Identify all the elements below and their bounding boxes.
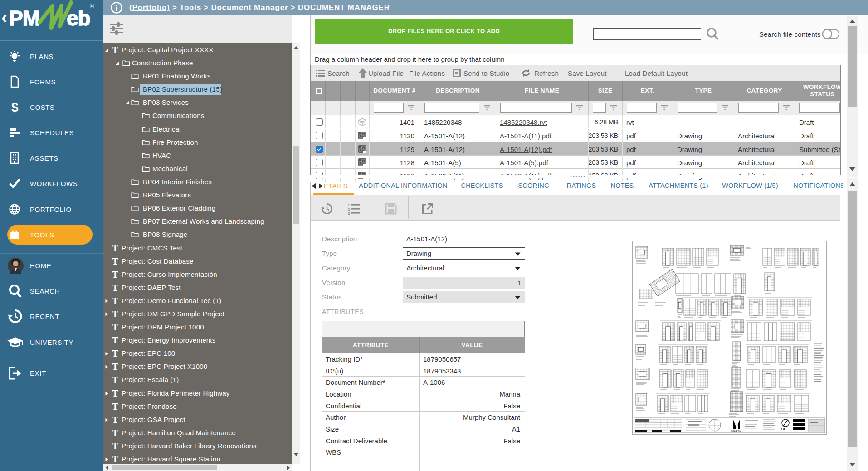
- svg-text:3: 3: [348, 211, 350, 215]
- svg-text:MARSM: MARSM: [731, 430, 741, 432]
- svg-text:PM: PM: [9, 6, 39, 30]
- svg-text:‹: ‹: [1, 7, 7, 27]
- svg-text:eb: eb: [67, 6, 90, 30]
- svg-text:$: $: [11, 100, 19, 114]
- svg-text:3D: 3D: [360, 121, 364, 124]
- svg-text:2: 2: [348, 207, 350, 211]
- svg-text:®: ®: [90, 3, 94, 10]
- svg-text:E/E: E/E: [781, 427, 786, 431]
- svg-text:1: 1: [348, 203, 350, 207]
